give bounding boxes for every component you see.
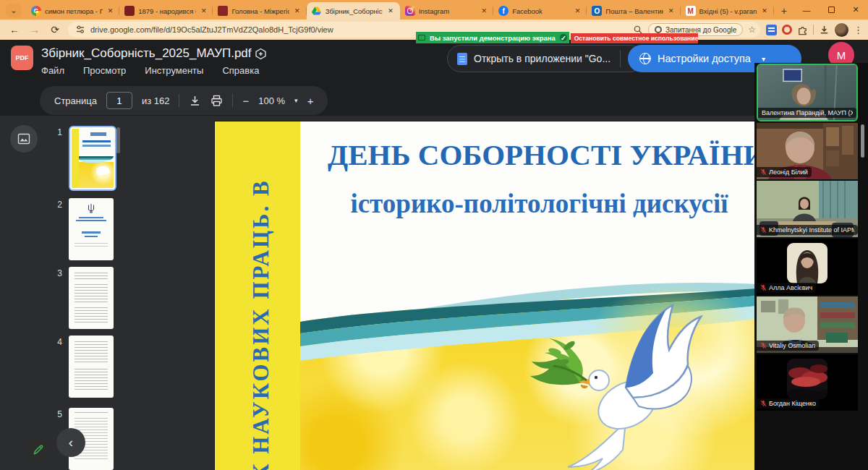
close-tab-icon[interactable]: ✕ <box>106 7 115 15</box>
previous-page-button[interactable]: ‹ <box>56 428 85 457</box>
cover-spine-text: К НАУКОВИХ ПРАЦЬ. В <box>248 179 274 470</box>
menu-tools[interactable]: Инструменты <box>145 65 203 76</box>
mic-muted-icon <box>760 400 767 407</box>
tab-label: Пошта – Валентина Пар <box>605 7 663 15</box>
google-icon: G <box>31 6 41 16</box>
thumbnail-number: 3 <box>54 267 62 278</box>
participant-name-label: Алла Авсієвич <box>757 283 816 293</box>
stop-sharing-button[interactable]: Остановить совместное использование <box>571 33 698 43</box>
page-count-label: из 162 <box>142 95 170 106</box>
tab-holovna-maup[interactable]: Головна - Міжрегіональн ✕ <box>213 2 306 20</box>
tab-facebook[interactable]: f Facebook ✕ <box>493 2 587 20</box>
pdf-menu-bar: Файл Просмотр Инструменты Справка <box>41 65 259 76</box>
pdf-viewer-header: PDF Збірник_Соборність_2025_МАУП.pdf Фай… <box>0 40 868 85</box>
tab-poshta-outlook[interactable]: O Пошта – Валентина Пар ✕ <box>587 2 680 20</box>
menu-view[interactable]: Просмотр <box>83 65 126 76</box>
globe-icon <box>639 53 651 64</box>
browser-menu-icon[interactable]: ⋮ <box>854 25 861 35</box>
maximize-button[interactable] <box>819 0 843 20</box>
tab-zbirnyk-sobornist-active[interactable]: Збірник_Соборність_202 ✕ <box>307 2 400 20</box>
close-window-button[interactable]: ✕ <box>843 0 868 20</box>
bookmark-star-icon[interactable]: ☆ <box>748 25 756 35</box>
zoom-in-icon[interactable]: + <box>307 95 314 107</box>
close-tab-icon[interactable]: ✕ <box>480 7 489 15</box>
participant-name-label: Vitaliy Osmolian <box>757 341 819 351</box>
tab-1879-narodyvsia[interactable]: 1879 - народився Симон ✕ <box>119 2 213 20</box>
minimize-button[interactable]: — <box>794 0 819 20</box>
mic-muted-icon <box>760 284 767 291</box>
shield-check-icon: ✓ <box>560 34 567 41</box>
zoom-level: 100 % <box>258 95 285 106</box>
print-icon[interactable] <box>210 95 223 107</box>
thumbnail-number: 4 <box>54 336 62 347</box>
pencil-icon <box>33 444 44 456</box>
page-number-input[interactable] <box>106 92 132 109</box>
participant-name-label: Богдан Кіщенко <box>757 398 820 409</box>
tab-instagram[interactable]: Instagram ✕ <box>400 2 493 20</box>
thumbnail-scrollbar[interactable] <box>116 127 120 153</box>
zoom-caret-icon[interactable]: ▾ <box>294 97 298 104</box>
divider <box>232 94 233 107</box>
thumbnail-row: 4 <box>54 336 114 398</box>
gdoc-icon <box>457 53 467 65</box>
tab-label: Головна - Міжрегіональн <box>231 7 289 15</box>
page-thumbnail[interactable] <box>69 198 114 260</box>
page-thumbnail[interactable] <box>69 267 114 329</box>
pdf-toolbar: Страница из 162 − 100 % ▾ + <box>0 85 868 116</box>
facebook-icon: f <box>498 6 509 16</box>
reload-icon[interactable]: ⟳ <box>48 24 62 35</box>
participant-avatar <box>787 359 827 399</box>
add-shortcut-icon[interactable] <box>255 48 267 60</box>
download-icon[interactable] <box>189 95 201 107</box>
screen-share-banner[interactable]: Вы запустили демонстрацию экрана ✓ <box>416 32 569 43</box>
menu-file[interactable]: Файл <box>41 65 64 76</box>
video-call-panel: Валентина Парандій, МАУП (Хмел... <box>754 63 868 470</box>
participant-tile[interactable]: Валентина Парандій, МАУП (Хмел... <box>757 64 858 121</box>
close-tab-icon[interactable]: ✕ <box>293 7 302 15</box>
forward-icon[interactable]: → <box>27 24 42 35</box>
url-text: drive.google.com/file/d/19Oc5alZtuJ2TmVd… <box>90 25 333 34</box>
tab-symon-petliura[interactable]: G симон петлюра - Пошук ✕ <box>26 2 119 20</box>
downloads-icon[interactable] <box>819 25 830 35</box>
maximize-icon <box>828 7 835 13</box>
mini-cover-art <box>72 129 114 188</box>
participant-tile[interactable]: Леонід Білий <box>757 123 858 179</box>
extension-red-icon[interactable] <box>782 25 792 35</box>
extension-blue-icon[interactable] <box>766 25 777 35</box>
tab-label: Збірник_Соборність_202 <box>326 7 383 15</box>
close-tab-icon[interactable]: ✕ <box>574 7 582 15</box>
video-panel-scrollbar[interactable] <box>861 124 864 158</box>
extensions-puzzle-icon[interactable] <box>797 25 808 35</box>
divider <box>813 25 814 35</box>
participant-tile[interactable]: Богдан Кіщенко <box>757 354 858 411</box>
close-tab-icon[interactable]: ✕ <box>200 7 208 15</box>
browser-profile-avatar[interactable] <box>835 23 848 37</box>
tab-search-button[interactable]: ⌄ <box>6 4 22 17</box>
trident-emblem-icon <box>87 204 95 214</box>
participant-tile[interactable]: Vitaliy Osmolian <box>757 296 858 353</box>
participant-tile[interactable]: Алла Авсієвич <box>757 239 858 295</box>
browser-tab-strip: ⌄ G симон петлюра - Пошук ✕ 1879 - народ… <box>0 0 868 20</box>
page-label: Страница <box>54 95 97 106</box>
tab-label: Instagram <box>419 7 477 15</box>
new-tab-button[interactable]: + <box>777 3 791 19</box>
close-tab-icon[interactable]: ✕ <box>386 7 395 15</box>
close-tab-icon[interactable]: ✕ <box>760 7 769 15</box>
thumbnail-row: 1 <box>54 126 116 191</box>
annotate-button[interactable] <box>26 437 51 462</box>
tab-label: 1879 - народився Симон <box>138 7 196 15</box>
tab-gmail-inbox[interactable]: M Вхідні (5) - v.parandiy@ ✕ <box>681 2 774 20</box>
participant-avatar <box>787 243 827 283</box>
open-in-app-button[interactable]: Открыть в приложении "Go... ▾ <box>447 45 644 72</box>
page-thumbnail-selected[interactable] <box>69 126 116 191</box>
participant-tile[interactable]: Khmelnytskyi Institute of IAPM <box>757 181 858 237</box>
back-icon[interactable]: ← <box>7 24 22 35</box>
pdf-file-icon: PDF <box>11 46 33 70</box>
page-thumbnail[interactable] <box>69 336 114 398</box>
thumbnail-view-button[interactable] <box>10 125 38 153</box>
menu-help[interactable]: Справка <box>222 65 259 76</box>
close-tab-icon[interactable]: ✕ <box>667 7 676 15</box>
history-site-icon <box>124 6 135 16</box>
site-info-icon[interactable] <box>75 25 85 35</box>
zoom-out-icon[interactable]: − <box>242 95 249 107</box>
